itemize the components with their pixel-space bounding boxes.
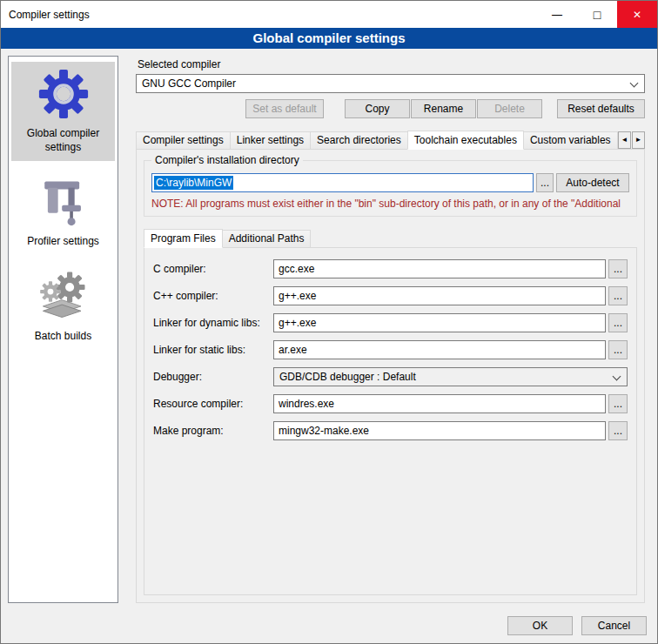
minimize-icon[interactable]: —	[537, 1, 577, 28]
tab-scroll-left-icon[interactable]: ◄	[618, 131, 631, 149]
chevron-down-icon	[613, 372, 621, 381]
tab-scroll-buttons: ◄ ►	[617, 131, 645, 149]
window-controls: — □ ✕	[537, 1, 657, 28]
ok-button[interactable]: OK	[507, 616, 573, 635]
make-program-label: Make program:	[153, 425, 273, 437]
profiler-tool-icon	[38, 177, 89, 227]
field-row-make-program: Make program: ...	[153, 421, 628, 440]
rename-button[interactable]: Rename	[411, 99, 476, 118]
debugger-dropdown[interactable]: GDB/CDB debugger : Default	[273, 367, 628, 386]
linker-dynamic-browse-button[interactable]: ...	[608, 313, 628, 332]
programs-tabstrip: Program Files Additional Paths	[144, 229, 637, 247]
selected-compiler-value: GNU GCC Compiler	[142, 77, 236, 90]
dialog-footer: OK Cancel	[1, 610, 657, 643]
resource-compiler-label: Resource compiler:	[153, 398, 273, 410]
tab-toolchain-executables[interactable]: Toolchain executables	[407, 131, 524, 150]
settings-category-list: Global compiler settings Profiler settin…	[8, 56, 118, 603]
c-compiler-label: C compiler:	[153, 263, 273, 275]
installation-directory-row: C:\raylib\MinGW ... Auto-detect	[151, 173, 629, 192]
sidebar-item-label: Batch builds	[35, 330, 91, 344]
gray-gears-icon	[38, 272, 89, 322]
debugger-label: Debugger:	[153, 371, 273, 383]
tab-additional-paths[interactable]: Additional Paths	[222, 230, 312, 247]
sidebar-item-profiler-settings[interactable]: Profiler settings	[11, 170, 115, 256]
resource-compiler-input[interactable]	[273, 394, 606, 413]
cancel-button[interactable]: Cancel	[581, 616, 647, 635]
linker-static-input[interactable]	[273, 340, 606, 359]
tab-linker-settings[interactable]: Linker settings	[230, 131, 311, 149]
selected-compiler-label: Selected compiler	[138, 58, 645, 70]
sidebar-item-global-compiler-settings[interactable]: Global compiler settings	[11, 62, 115, 161]
installation-directory-group: Compiler's installation directory C:\ray…	[144, 160, 637, 217]
make-program-input[interactable]	[273, 421, 606, 440]
linker-static-browse-button[interactable]: ...	[608, 340, 628, 359]
linker-dynamic-input[interactable]	[273, 313, 606, 332]
blue-gear-icon	[38, 69, 89, 119]
installation-directory-browse-button[interactable]: ...	[536, 173, 554, 192]
tab-compiler-settings[interactable]: Compiler settings	[136, 131, 231, 149]
debugger-value: GDB/CDB debugger : Default	[279, 371, 416, 383]
tab-custom-variables[interactable]: Custom variables	[523, 131, 618, 149]
tab-program-files[interactable]: Program Files	[144, 229, 223, 248]
installation-directory-input[interactable]: C:\raylib\MinGW	[151, 173, 534, 192]
field-row-linker-static: Linker for static libs: ...	[153, 340, 628, 359]
set-as-default-button: Set as default	[245, 99, 324, 118]
sidebar-item-label: Global compiler settings	[13, 127, 113, 154]
window-title: Compiler settings	[9, 9, 90, 21]
linker-dynamic-label: Linker for dynamic libs:	[153, 317, 273, 329]
main-panel: Selected compiler GNU GCC Compiler Set a…	[127, 56, 650, 603]
delete-button: Delete	[477, 99, 542, 118]
reset-defaults-button[interactable]: Reset defaults	[557, 99, 645, 118]
installation-note: NOTE: All programs must exist either in …	[151, 198, 629, 210]
compiler-actions: Set as default Copy Rename Delete Reset …	[136, 99, 645, 118]
installation-directory-group-title: Compiler's installation directory	[151, 154, 303, 166]
compiler-settings-window: Compiler settings — □ ✕ Global compiler …	[0, 0, 658, 644]
program-files-page: C compiler: ... C++ compiler: ... Linker…	[144, 247, 637, 595]
settings-tabstrip: Compiler settings Linker settings Search…	[136, 131, 645, 149]
c-compiler-browse-button[interactable]: ...	[608, 259, 628, 278]
auto-detect-button[interactable]: Auto-detect	[556, 173, 629, 192]
c-compiler-input[interactable]	[273, 259, 606, 278]
make-program-browse-button[interactable]: ...	[608, 421, 628, 440]
maximize-icon[interactable]: □	[577, 1, 617, 28]
field-row-resource-compiler: Resource compiler: ...	[153, 394, 628, 413]
dialog-header-title: Global compiler settings	[1, 28, 657, 49]
tab-search-directories[interactable]: Search directories	[310, 131, 408, 149]
sidebar-item-label: Profiler settings	[27, 235, 99, 249]
sidebar-item-batch-builds[interactable]: Batch builds	[11, 265, 115, 351]
copy-button[interactable]: Copy	[345, 99, 410, 118]
selected-compiler-dropdown[interactable]: GNU GCC Compiler	[136, 74, 645, 93]
cpp-compiler-browse-button[interactable]: ...	[608, 286, 628, 305]
cpp-compiler-label: C++ compiler:	[153, 290, 273, 302]
field-row-cpp-compiler: C++ compiler: ...	[153, 286, 628, 305]
cpp-compiler-input[interactable]	[273, 286, 606, 305]
resource-compiler-browse-button[interactable]: ...	[608, 394, 628, 413]
field-row-debugger: Debugger: GDB/CDB debugger : Default	[153, 367, 628, 386]
tab-scroll-right-icon[interactable]: ►	[632, 131, 645, 149]
installation-directory-value: C:\raylib\MinGW	[154, 176, 233, 190]
chevron-down-icon	[630, 79, 639, 88]
titlebar: Compiler settings — □ ✕	[1, 1, 657, 28]
close-icon[interactable]: ✕	[617, 1, 657, 28]
field-row-c-compiler: C compiler: ...	[153, 259, 628, 278]
dialog-body: Global compiler settings Profiler settin…	[1, 49, 657, 610]
field-row-linker-dynamic: Linker for dynamic libs: ...	[153, 313, 628, 332]
toolchain-executables-page: Compiler's installation directory C:\ray…	[136, 149, 645, 603]
linker-static-label: Linker for static libs:	[153, 344, 273, 356]
